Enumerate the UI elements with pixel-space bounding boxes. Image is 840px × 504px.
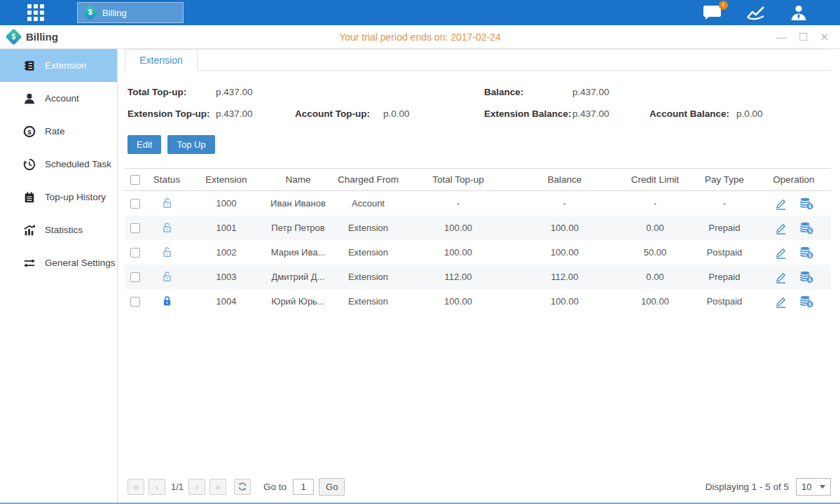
sidebar-item-label: Extension [45, 60, 86, 71]
billing-app-icon: $ [5, 28, 22, 45]
taskbar-item-billing[interactable]: $ Billing [77, 2, 184, 23]
table-row[interactable]: 1002 Мария Ива... Extension 100.00 100.0… [125, 240, 831, 265]
person-icon [23, 92, 36, 105]
balance-cell: 100.00 [511, 296, 618, 307]
go-button[interactable]: Go [319, 478, 345, 496]
top-up-button[interactable]: Top Up [167, 135, 214, 154]
account-topup-value: p.0.00 [383, 106, 410, 122]
table-row[interactable]: 1001 Петр Петров Extension 100.00 100.00… [125, 216, 831, 240]
pay-type-cell: Prepaid [692, 272, 757, 282]
edit-row-icon[interactable] [774, 295, 787, 308]
last-page-button[interactable]: » [209, 479, 226, 495]
table-row[interactable]: 1004 Юрий Юрь... Extension 100.00 100.00… [125, 289, 831, 314]
charged-from-cell: Extension [331, 247, 405, 258]
next-page-button[interactable]: › [188, 479, 205, 495]
row-checkbox[interactable] [130, 297, 140, 307]
edit-row-icon[interactable] [774, 221, 787, 234]
notepad-icon [23, 191, 36, 204]
header-charged-from: Charged From [331, 174, 405, 185]
prev-page-button[interactable]: ‹ [149, 479, 165, 495]
select-all-checkbox[interactable] [130, 175, 140, 185]
goto-label: Go to [263, 482, 287, 492]
notification-badge: ! [719, 1, 728, 10]
edit-row-icon[interactable] [774, 270, 787, 284]
header-credit-limit: Credit Limit [618, 174, 692, 185]
extension-cell: 1004 [188, 296, 265, 307]
sidebar-item-rate[interactable]: $ Rate [0, 115, 117, 148]
billing-summary: Total Top-up: p.437.00 Balance: p.437.00… [125, 85, 831, 122]
top-up-row-icon[interactable]: $ [799, 197, 813, 210]
row-checkbox[interactable] [130, 248, 140, 258]
edit-row-icon[interactable] [774, 197, 787, 210]
page-size-select[interactable]: 10 [796, 478, 831, 496]
unlocked-icon [161, 246, 173, 258]
sidebar-item-label: General Settings [45, 258, 116, 268]
balance-field: Balance: p.437.00 [484, 85, 831, 100]
sidebar-item-topup-history[interactable]: Top-up History [0, 181, 117, 214]
tab-extension[interactable]: Extension [125, 49, 198, 71]
reports-chart-icon[interactable] [746, 5, 766, 20]
maximize-button[interactable]: ☐ [799, 31, 808, 42]
pay-type-cell: Postpaid [692, 296, 757, 307]
displaying-text: Displaying 1 - 5 of 5 [705, 482, 789, 492]
svg-text:$: $ [808, 227, 811, 234]
sidebar-item-account[interactable]: Account [0, 82, 117, 115]
system-topbar: $ Billing ! [0, 0, 840, 25]
total-topup-cell: 100.00 [405, 247, 511, 258]
billing-diamond-icon: $ [83, 5, 99, 21]
edit-row-icon[interactable] [774, 246, 787, 259]
total-topup-cell: - [405, 198, 511, 209]
messages-icon[interactable]: ! [703, 5, 722, 20]
credit-limit-cell: 0.00 [618, 272, 692, 282]
pay-type-cell: Postpaid [692, 247, 757, 258]
first-page-button[interactable]: « [128, 479, 144, 495]
sidebar-item-general-settings[interactable]: General Settings [0, 246, 117, 279]
tab-strip-filler [198, 49, 831, 71]
sidebar-item-extension[interactable]: Extension [0, 49, 117, 82]
account-balance-field: Account Balance: p.0.00 [649, 106, 831, 122]
credit-limit-cell: 100.00 [618, 296, 692, 307]
table-row[interactable]: 1003 Дмитрий Д... Extension 112.00 112.0… [125, 265, 831, 289]
sidebar-item-label: Account [45, 93, 79, 104]
row-checkbox[interactable] [130, 199, 140, 209]
locked-icon [161, 295, 173, 307]
total-topup-label: Total Top-up: [128, 85, 216, 100]
ledger-icon [23, 59, 36, 72]
sidebar-item-statistics[interactable]: Statistics [0, 214, 117, 246]
tab-strip: Extension [125, 49, 831, 71]
top-up-row-icon[interactable]: $ [799, 246, 813, 259]
header-operation: Operation [757, 174, 831, 185]
extension-balance-value: p.437.00 [572, 106, 610, 122]
charged-from-cell: Extension [331, 296, 405, 307]
charged-from-cell: Account [331, 198, 405, 209]
pay-type-cell: - [692, 198, 757, 209]
extension-cell: 1002 [188, 247, 265, 258]
top-up-row-icon[interactable]: $ [799, 270, 813, 284]
row-checkbox[interactable] [130, 272, 140, 282]
window-titlebar: $ Billing Your trial period ends on: 201… [0, 25, 840, 49]
balance-value: p.437.00 [572, 85, 610, 100]
refresh-button[interactable] [234, 479, 251, 495]
goto-page-input[interactable] [293, 479, 314, 495]
edit-button[interactable]: Edit [128, 135, 161, 154]
page-size-value: 10 [801, 482, 811, 492]
balance-label: Balance: [484, 85, 572, 100]
page-indicator: 1/1 [171, 482, 184, 492]
top-up-row-icon[interactable]: $ [799, 295, 813, 308]
credit-limit-cell: 0.00 [618, 223, 692, 233]
table-row[interactable]: 1000 Иван Иванов Account - - - - $ [125, 191, 831, 216]
unlocked-icon [161, 221, 173, 233]
minimize-button[interactable]: — [776, 31, 787, 42]
header-extension: Extension [188, 174, 265, 185]
window-title: Billing [26, 31, 58, 43]
user-account-icon[interactable] [790, 4, 808, 21]
pay-type-cell: Prepaid [692, 223, 757, 233]
sidebar-item-scheduled-task[interactable]: Scheduled Task [0, 148, 117, 181]
top-up-row-icon[interactable]: $ [799, 221, 813, 234]
row-checkbox[interactable] [130, 223, 140, 233]
close-button[interactable]: ✕ [820, 31, 829, 42]
app-launcher-icon[interactable] [24, 4, 48, 22]
total-topup-cell: 100.00 [405, 223, 511, 233]
header-total-topup: Total Top-up [405, 174, 511, 185]
total-topup-value: p.437.00 [216, 85, 253, 100]
